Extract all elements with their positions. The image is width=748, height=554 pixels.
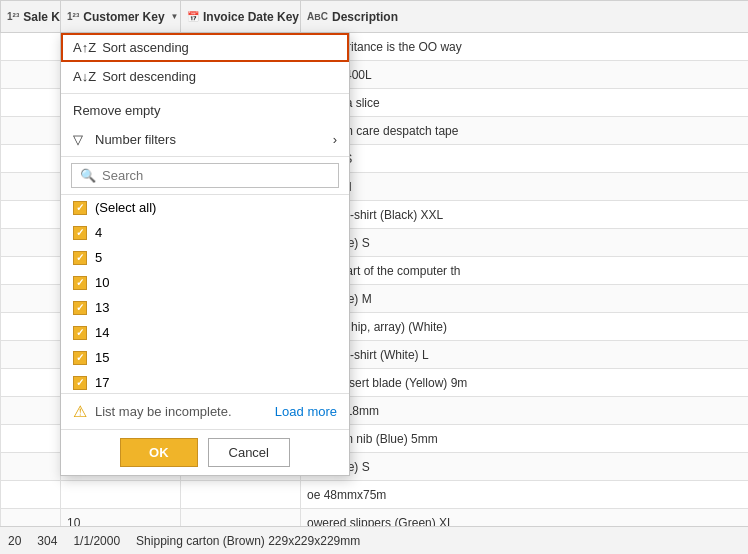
table-row: oe 48mmx75m (1, 481, 749, 509)
check-item-select-all[interactable]: (Select all) (61, 195, 349, 220)
cell-sale (1, 89, 61, 117)
cell-description: g - inheritance is the OO way (301, 33, 749, 61)
check-label-17: 17 (95, 375, 109, 390)
cell-description: (Gray) S (301, 145, 749, 173)
number-filters-item[interactable]: ▽ Number filters › (61, 125, 349, 154)
col-header-sale-key[interactable]: 1²³ Sale Key ▼ (1, 1, 61, 33)
warning-text: List may be incomplete. (95, 404, 232, 419)
load-more-button[interactable]: Load more (275, 404, 337, 419)
customer-key-type-icon: 1²³ (67, 11, 79, 22)
cell-sale (1, 117, 61, 145)
check-label-5: 5 (95, 250, 102, 265)
col-header-customer-key[interactable]: 1²³ Customer Key ▼ (61, 1, 181, 33)
invoice-date-type-icon: 📅 (187, 11, 199, 22)
cell-description: (Pink) M (301, 173, 749, 201)
warning-message: ⚠ List may be incomplete. (73, 402, 232, 421)
cell-sale (1, 145, 61, 173)
filter-icon: ▽ (73, 132, 83, 147)
cell-description: e - pizza slice (301, 89, 749, 117)
sort-desc-icon: A↓Z (73, 69, 96, 84)
main-container: 1²³ Sale Key ▼ 1²³ Customer Key ▼ 📅 (0, 0, 748, 554)
cell-sale (1, 201, 61, 229)
cell-description: ML tag t-shirt (White) L (301, 341, 749, 369)
sort-descending-label: Sort descending (102, 69, 196, 84)
customer-key-dropdown-arrow[interactable]: ▼ (171, 12, 179, 21)
cell-description: lass with care despatch tape (301, 117, 749, 145)
sort-asc-icon: A↑Z (73, 40, 96, 55)
cell-sale (1, 313, 61, 341)
cell-sale (1, 33, 61, 61)
cell-description: metal insert blade (Yellow) 9m (301, 369, 749, 397)
sort-ascending-item[interactable]: A↑Z Sort ascending (61, 33, 349, 62)
col-header-description: ABC Description (301, 1, 749, 33)
checkbox-14[interactable] (73, 326, 87, 340)
checkbox-15[interactable] (73, 351, 87, 365)
cell-sale (1, 229, 61, 257)
status-invoice: 1/1/2000 (73, 534, 120, 548)
cell-sale (1, 341, 61, 369)
cell-description: g - (hip, hip, array) (White) (301, 313, 749, 341)
status-bar: 20 304 1/1/2000 Shipping carton (Brown) … (0, 526, 748, 554)
cell-description: lue 5mm nib (Blue) 5mm (301, 425, 749, 453)
cell-sale (1, 285, 61, 313)
cell-description: blades 18mm (301, 397, 749, 425)
cell-customer (61, 481, 181, 509)
filter-dropdown-panel: A↑Z Sort ascending A↓Z Sort descending R… (60, 32, 350, 476)
warning-bar: ⚠ List may be incomplete. Load more (61, 394, 349, 429)
checkbox-4[interactable] (73, 226, 87, 240)
check-label-10: 10 (95, 275, 109, 290)
status-description-value: Shipping carton (Brown) 229x229x229mm (136, 534, 360, 548)
status-customer-value: 304 (37, 534, 57, 548)
check-item-17[interactable]: 17 (61, 370, 349, 394)
check-label-4: 4 (95, 225, 102, 240)
search-icon: 🔍 (80, 168, 96, 183)
number-filters-label: Number filters (95, 132, 176, 147)
description-type-icon: ABC (307, 11, 328, 22)
cell-description: ket (Blue) S (301, 453, 749, 481)
col-invoice-date-label: Invoice Date Key (203, 10, 299, 24)
status-customer: 304 (37, 534, 57, 548)
checkbox-select-all[interactable] (73, 201, 87, 215)
sort-descending-item[interactable]: A↓Z Sort descending (61, 62, 349, 91)
cell-description: ket (Blue) S (301, 229, 749, 257)
check-item-13[interactable]: 13 (61, 295, 349, 320)
check-item-14[interactable]: 14 (61, 320, 349, 345)
warning-icon: ⚠ (73, 402, 87, 421)
check-item-10[interactable]: 10 (61, 270, 349, 295)
check-item-5[interactable]: 5 (61, 245, 349, 270)
filter-checklist[interactable]: (Select all) 4 5 10 13 14 (61, 194, 349, 394)
cancel-button[interactable]: Cancel (208, 438, 290, 467)
cell-description: ket (Blue) M (301, 285, 749, 313)
cell-sale (1, 425, 61, 453)
check-label-15: 15 (95, 350, 109, 365)
sale-key-type-icon: 1²³ (7, 11, 19, 22)
filter-search-box[interactable]: 🔍 (71, 163, 339, 188)
col-header-invoice-date[interactable]: 📅 Invoice Date Key ▼ (181, 1, 301, 33)
cell-sale (1, 257, 61, 285)
remove-empty-item[interactable]: Remove empty (61, 96, 349, 125)
check-label-select-all: (Select all) (95, 200, 156, 215)
check-item-15[interactable]: 15 (61, 345, 349, 370)
cell-sale (1, 369, 61, 397)
checkbox-10[interactable] (73, 276, 87, 290)
check-item-4[interactable]: 4 (61, 220, 349, 245)
cell-description: ware: part of the computer th (301, 257, 749, 285)
menu-divider-2 (61, 156, 349, 157)
ok-button[interactable]: OK (120, 438, 198, 467)
status-invoice-value: 1/1/2000 (73, 534, 120, 548)
cell-sale (1, 173, 61, 201)
check-label-13: 13 (95, 300, 109, 315)
col-sale-key-label: Sale Key (23, 10, 60, 24)
cell-invoice (181, 481, 301, 509)
checkbox-13[interactable] (73, 301, 87, 315)
col-description-label: Description (332, 10, 398, 24)
col-customer-key-label: Customer Key (83, 10, 164, 24)
checkbox-5[interactable] (73, 251, 87, 265)
cell-sale (1, 453, 61, 481)
cell-description: White) 400L (301, 61, 749, 89)
number-filters-arrow-icon: › (333, 132, 337, 147)
cell-sale (1, 397, 61, 425)
status-sale: 20 (8, 534, 21, 548)
checkbox-17[interactable] (73, 376, 87, 390)
search-input[interactable] (102, 168, 330, 183)
